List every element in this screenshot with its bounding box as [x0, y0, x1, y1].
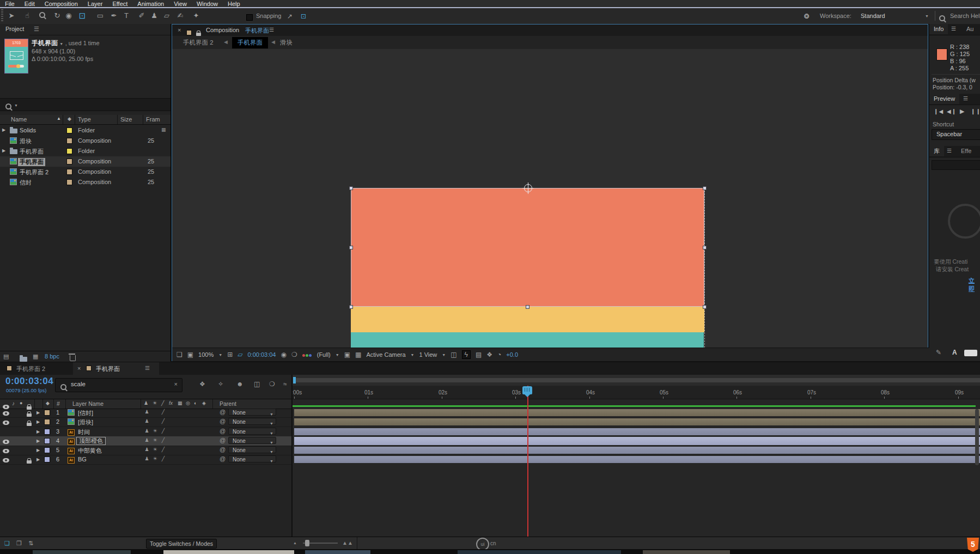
quality-toggle[interactable]: ╱ [159, 418, 167, 424]
expand-layer-switches-icon[interactable]: ❏ [4, 540, 10, 547]
type-tool-icon[interactable]: T [120, 10, 133, 22]
library-tab-menu-icon[interactable]: ☰ [947, 148, 952, 154]
shy-toggle[interactable]: ♟ [143, 456, 151, 461]
label-chip[interactable] [44, 410, 50, 416]
toggle-switches-button[interactable]: Toggle Switches / Modes [146, 539, 217, 549]
pick-whip-icon[interactable]: @ [220, 409, 226, 415]
col-name[interactable]: Name [11, 116, 27, 123]
layer-bar-3[interactable] [294, 428, 980, 435]
project-tab[interactable]: Project [0, 24, 29, 36]
clone-stamp-tool-icon[interactable]: ♟ [148, 10, 161, 22]
layer-name-col[interactable]: Layer Name [72, 400, 104, 407]
pick-whip-icon[interactable]: @ [220, 418, 226, 424]
col-tag-icon[interactable]: ◆ [68, 116, 71, 121]
label-chip[interactable] [66, 127, 72, 133]
label-chip[interactable] [44, 447, 50, 453]
resolution-select[interactable]: (Full) [317, 351, 331, 358]
layer-row-6[interactable]: ▶ 6 BG ♟ ☀ ╱ @ None▼ [0, 455, 291, 465]
label-chip[interactable] [44, 438, 50, 444]
visibility-toggle[interactable] [3, 421, 9, 425]
workspace-chevron-icon[interactable]: ▼ [925, 14, 929, 18]
shy-toggle[interactable]: ♟ [143, 447, 151, 452]
new-folder-icon[interactable] [20, 357, 27, 362]
selection-handle-mr[interactable] [703, 246, 707, 249]
collapse-toggle[interactable]: ☀ [151, 447, 159, 452]
layer-bar-1[interactable] [294, 409, 980, 416]
tab-close-icon[interactable]: × [77, 365, 81, 372]
current-time-display[interactable]: 0:00:03:04 [5, 376, 53, 387]
quality-toggle[interactable]: ╱ [159, 437, 167, 443]
col-size[interactable]: Size [120, 116, 132, 123]
timeline-tab-shoujijiemian2[interactable]: 手机界面 2 [16, 365, 45, 373]
transparency-grid-icon[interactable]: ▦ [355, 351, 361, 358]
grid-options-icon[interactable]: ▱ [238, 351, 242, 358]
collapse-toggle[interactable]: ☀ [151, 456, 159, 461]
project-row-shoujijiemian2[interactable]: 手机界面 2 Composition 25 [0, 167, 171, 177]
snapping-checkbox[interactable] [246, 13, 253, 23]
layer-row-4-selected[interactable]: ▶ 4 顶部橙色 ♟ ☀ ╱ @ None▼ [0, 436, 291, 446]
label-chip[interactable] [44, 456, 50, 462]
project-tab-menu-icon[interactable]: ☰ [34, 26, 39, 33]
crumb-shoujijiemian2[interactable]: 手机界面 2 [183, 39, 214, 47]
selection-handle-br[interactable] [703, 305, 707, 309]
mini-flowchart-icon[interactable]: ❖ [199, 380, 205, 388]
col-type[interactable]: Type [78, 116, 91, 123]
pick-whip-icon[interactable]: @ [220, 455, 226, 462]
info-tab[interactable]: Info [929, 24, 948, 34]
menu-layer[interactable]: Layer [83, 1, 108, 7]
primary-viewer-icon[interactable]: ▣ [187, 351, 193, 358]
composition-canvas[interactable] [172, 49, 928, 348]
layer-bar-4-selected[interactable] [294, 437, 980, 445]
col-frame-rate[interactable]: Fram [146, 116, 171, 123]
graph-editor-icon[interactable]: ≈ [283, 380, 287, 388]
project-search-bar[interactable]: ▼ [0, 98, 171, 111]
shy-toggle[interactable]: ♟ [143, 418, 151, 424]
motion-blur-icon[interactable]: ❍ [269, 380, 275, 388]
audio-col-icon[interactable]: ♪ [12, 400, 15, 406]
expand-inout-icon[interactable]: ⇅ [28, 540, 33, 547]
parent-select[interactable]: None▼ [228, 409, 276, 416]
viewer-current-time[interactable]: 0:00:03:04 [247, 351, 276, 358]
zoom-slider-handle[interactable] [305, 540, 309, 546]
layer-row-1[interactable]: ▶ 1 [信封] ♟ ╱ @ None▼ [0, 408, 291, 418]
visibility-toggle[interactable] [3, 411, 9, 416]
work-area-range[interactable] [294, 378, 980, 382]
show-channel-icon[interactable] [302, 351, 312, 358]
selection-handle-bc[interactable] [526, 305, 529, 309]
eraser-tool-icon[interactable]: ▱ [160, 10, 173, 22]
quality-toggle[interactable]: ╱ [159, 456, 167, 461]
zoom-select[interactable]: 100% [198, 351, 214, 358]
number-col[interactable]: # [57, 400, 60, 407]
info-tab-menu-icon[interactable]: ☰ [951, 26, 956, 32]
preview-tab[interactable]: Preview [929, 94, 959, 104]
collapse-col-icon[interactable]: ☀ [153, 400, 157, 406]
shy-col-icon[interactable]: ♟ [144, 400, 148, 406]
parent-col[interactable]: Parent [220, 400, 236, 407]
new-composition-icon[interactable]: ▦ [33, 353, 38, 360]
menu-composition[interactable]: Composition [40, 1, 83, 7]
zoom-tool-icon[interactable] [35, 10, 48, 22]
pause-button[interactable]: ❙❙ [971, 108, 980, 114]
crumb-shoujijiemian-active[interactable]: 手机界面 [232, 37, 268, 48]
search-help-label[interactable]: Search Help [950, 13, 980, 19]
menu-animation[interactable]: Animation [132, 1, 169, 7]
quality-toggle[interactable]: ╱ [159, 428, 167, 434]
parent-select[interactable]: None▼ [228, 428, 276, 435]
layer-search-input[interactable]: scale × [55, 378, 182, 392]
install-link[interactable]: 立即 [969, 277, 980, 293]
prev-frame-button[interactable]: ◀❙ [947, 108, 957, 114]
frame-blend-col-icon[interactable]: ▦ [178, 400, 182, 406]
play-button[interactable]: ▶ [960, 108, 964, 115]
quality-col-icon[interactable]: ╱ [161, 400, 164, 406]
label-chip[interactable] [66, 169, 72, 175]
pan-behind-tool-icon[interactable]: ⊡ [76, 10, 89, 22]
selection-tool-icon[interactable]: ➤ [5, 10, 18, 22]
pick-whip-icon[interactable]: @ [220, 437, 226, 443]
roi-icon[interactable]: ▣ [344, 351, 350, 358]
twirl-icon[interactable]: ▶ [36, 448, 40, 453]
lock-toggle[interactable] [27, 460, 32, 464]
hand-tool-icon[interactable]: ☝ [21, 10, 34, 22]
menu-edit[interactable]: Edit [20, 1, 40, 7]
comp-flow-icon[interactable]: ❖ [486, 351, 492, 358]
work-area-bar[interactable] [293, 375, 980, 386]
